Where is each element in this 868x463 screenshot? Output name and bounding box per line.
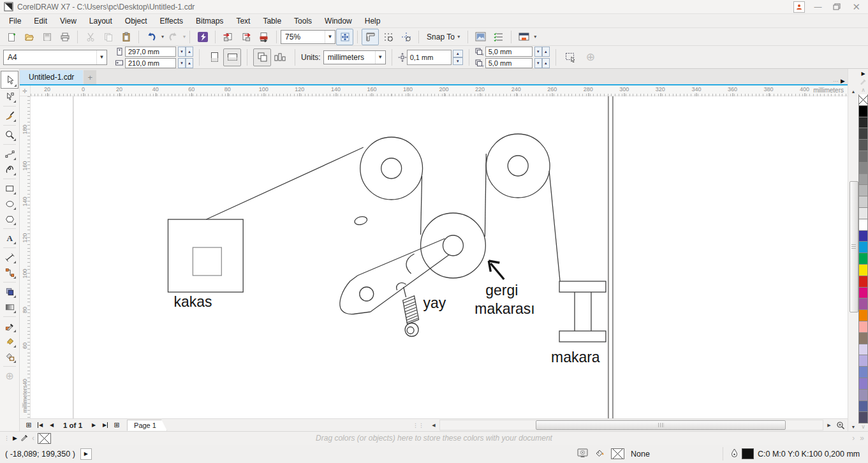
show-guidelines-icon[interactable] <box>397 29 415 45</box>
palette-swatch[interactable] <box>858 298 868 310</box>
open-icon[interactable] <box>20 29 38 45</box>
new-document-icon[interactable] <box>3 29 20 45</box>
duplicate-x-input[interactable]: 5,0 mm <box>485 47 533 57</box>
palette-swatch[interactable] <box>858 287 868 299</box>
pulley-top-left-outer[interactable] <box>360 137 423 200</box>
freehand-tool[interactable] <box>2 147 17 161</box>
restore-button[interactable] <box>833 3 841 11</box>
add-page-start-button[interactable]: ⊞ <box>24 420 34 430</box>
connector-tool[interactable] <box>2 265 17 280</box>
polygon-tool[interactable] <box>2 212 17 226</box>
landscape-button[interactable] <box>223 48 241 66</box>
page-size-caret-icon[interactable]: ▼ <box>96 50 107 64</box>
palette-swatch[interactable] <box>858 162 868 174</box>
ruler-origin-icon[interactable]: ✛ <box>20 85 31 96</box>
palette-scroll-down-icon[interactable]: ∨ <box>861 423 865 431</box>
duplicate-y-spinner[interactable]: ▼▲ <box>534 58 550 68</box>
nudge-input[interactable]: 0,1 mm <box>407 50 452 65</box>
tray-scroll-right-icon[interactable]: › <box>852 434 855 443</box>
add-page-end-button[interactable]: ⊞ <box>112 420 122 430</box>
vertical-scrollbar[interactable] <box>849 96 858 422</box>
palette-swatch[interactable] <box>858 151 868 163</box>
belt-line-3[interactable] <box>549 171 560 281</box>
zoom-tool[interactable] <box>2 128 17 142</box>
palette-swatch[interactable] <box>858 309 868 321</box>
annotation-arrow-icon[interactable] <box>489 261 504 279</box>
palette-swatch[interactable] <box>858 355 868 367</box>
export-icon[interactable] <box>237 29 254 45</box>
search-content-icon[interactable] <box>194 29 211 45</box>
palette-swatch[interactable] <box>858 411 868 423</box>
all-pages-button[interactable] <box>253 48 271 66</box>
interactive-fill-tool[interactable] <box>2 349 17 364</box>
vertical-ruler[interactable]: millimeters 180160140120100806040 <box>20 96 31 418</box>
menu-item-tools[interactable]: Tools <box>288 15 318 27</box>
redo-dropdown-icon[interactable]: ▾ <box>183 34 186 40</box>
color-proof-icon[interactable] <box>577 448 588 460</box>
current-page-button[interactable] <box>271 48 289 66</box>
makara-bottom-flange[interactable] <box>559 331 606 342</box>
application-launcher-icon[interactable] <box>515 29 533 45</box>
palette-swatch[interactable] <box>858 389 868 401</box>
redo-icon[interactable] <box>165 29 182 45</box>
menu-item-view[interactable]: View <box>54 15 83 27</box>
welcome-screen-icon[interactable] <box>472 29 489 45</box>
palette-swatch[interactable] <box>858 378 868 390</box>
first-page-button[interactable]: ◀ <box>35 420 45 430</box>
transparency-tool[interactable] <box>2 300 17 314</box>
palette-flyout-icon[interactable]: ▶ <box>861 69 865 78</box>
shape-tool[interactable] <box>2 89 17 104</box>
palette-eyedropper-icon[interactable] <box>860 78 867 87</box>
menu-item-file[interactable]: File <box>3 15 27 27</box>
spring-wire[interactable] <box>404 287 406 297</box>
palette-swatch[interactable] <box>858 184 868 196</box>
tray-eyedropper-icon[interactable] <box>20 433 29 443</box>
scroll-right-button[interactable]: ▶ <box>825 421 834 430</box>
previous-page-button[interactable]: ◀ <box>47 420 57 430</box>
rectangle-tool[interactable] <box>2 181 17 196</box>
spring-bottom-hook-inner[interactable] <box>407 327 414 334</box>
snap-to-button[interactable]: Snap To ▾ <box>423 31 464 43</box>
tray-none-swatch[interactable] <box>38 433 51 444</box>
palette-swatch[interactable] <box>858 128 868 140</box>
palette-scroll-up-icon[interactable]: ∧ <box>861 87 865 94</box>
save-icon[interactable] <box>38 29 55 45</box>
cut-icon[interactable] <box>82 29 99 45</box>
lever-end-outline[interactable] <box>340 276 371 314</box>
menu-item-bitmaps[interactable]: Bitmaps <box>189 15 230 27</box>
page-tab[interactable]: Page 1 <box>127 420 167 431</box>
print-icon[interactable] <box>56 29 73 45</box>
portrait-button[interactable] <box>205 48 223 66</box>
tension-pulley-hole[interactable] <box>443 235 463 256</box>
undo-icon[interactable] <box>143 29 160 45</box>
scroll-left-button[interactable]: ◀ <box>429 421 438 430</box>
page-height-input[interactable]: 210,0 mm <box>125 58 176 68</box>
options-icon[interactable] <box>490 29 507 45</box>
fill-none-swatch[interactable] <box>611 448 624 459</box>
last-page-button[interactable]: ▶ <box>100 420 110 430</box>
vertical-scrollbar-thumb[interactable] <box>850 181 858 312</box>
palette-swatch[interactable] <box>858 253 868 265</box>
publish-pdf-icon[interactable] <box>255 29 272 45</box>
import-icon[interactable] <box>219 29 237 45</box>
menu-item-text[interactable]: Text <box>230 15 256 27</box>
palette-swatch[interactable] <box>858 344 868 356</box>
duplicate-y-input[interactable]: 5,0 mm <box>485 58 533 68</box>
drop-shadow-tool[interactable] <box>2 284 17 299</box>
fill-bucket-icon[interactable] <box>594 448 605 460</box>
menu-item-edit[interactable]: Edit <box>27 15 54 27</box>
pulley-top-left-hole[interactable] <box>381 158 402 179</box>
zoom-combo-caret-icon[interactable]: ▼ <box>325 31 335 43</box>
palette-swatch[interactable] <box>858 105 868 117</box>
outline-color-swatch[interactable] <box>742 448 754 459</box>
page-width-spinner[interactable]: ▼▲ <box>178 47 193 57</box>
pick-tool[interactable] <box>1 71 18 89</box>
artistic-media-tool[interactable] <box>2 162 17 177</box>
page-width-input[interactable]: 297,0 mm <box>125 47 176 57</box>
page-height-spinner[interactable]: ▼▲ <box>178 58 193 68</box>
scroll-up-button[interactable]: ▲ <box>849 87 858 96</box>
horizontal-scrollbar-thumb[interactable] <box>536 420 786 430</box>
palette-swatch[interactable] <box>858 207 868 219</box>
palette-swatch[interactable] <box>858 366 868 378</box>
frame-to-pulley-line[interactable] <box>206 147 363 219</box>
